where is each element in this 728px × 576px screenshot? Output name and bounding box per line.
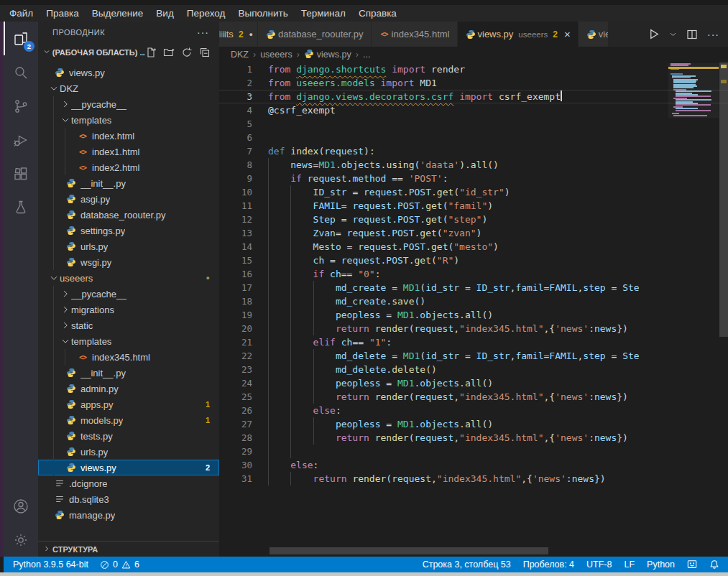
line-number[interactable]: 4 <box>219 103 252 117</box>
menu-item[interactable]: Вид <box>149 8 180 19</box>
menu-item[interactable]: Справка <box>352 8 403 19</box>
tree-item-templates[interactable]: templates <box>38 333 219 349</box>
tab-diiits[interactable]: diiits2● <box>219 22 258 47</box>
collapse-all-icon[interactable] <box>199 47 211 58</box>
notifications-bell-icon[interactable] <box>709 559 719 570</box>
menu-item[interactable]: Переход <box>180 8 232 19</box>
line-number[interactable]: 16 <box>219 267 252 281</box>
line-number[interactable]: 7 <box>219 144 252 158</box>
tab-views.py[interactable]: views.pyuseeers2× <box>458 22 579 47</box>
menu-item[interactable]: Правка <box>40 8 86 19</box>
more-actions-icon[interactable]: ··· <box>707 29 719 40</box>
tree-item-database_roouter.py[interactable]: database_roouter.py <box>38 207 219 223</box>
workspace-section-header[interactable]: (РАБОЧАЯ ОБЛАСТЬ) ... <box>38 43 219 62</box>
code-line[interactable]: 13Zvan= request.POST.get("zvan") <box>219 226 728 240</box>
new-folder-icon[interactable] <box>163 47 175 58</box>
line-number[interactable]: 11 <box>219 199 252 213</box>
status-item[interactable]: Python <box>647 559 675 570</box>
code-line[interactable]: 15ch = request.POST.get("R") <box>219 254 728 267</box>
line-number[interactable]: 10 <box>219 185 252 199</box>
run-and-debug-icon[interactable] <box>4 123 38 157</box>
code-line[interactable]: 31return render(request,"index345.html",… <box>219 472 728 486</box>
tree-item-views.py[interactable]: views.py2 <box>38 460 219 475</box>
line-number[interactable]: 2 <box>219 76 252 90</box>
status-item[interactable]: UTF-8 <box>586 559 612 570</box>
close-icon[interactable]: × <box>564 29 571 40</box>
status-item[interactable]: Пробелов: 4 <box>523 559 574 570</box>
code-editor[interactable]: 1from django.shortcuts import render2fro… <box>219 62 728 557</box>
code-line[interactable]: 3from django.views.decorators.csrf impor… <box>219 90 728 103</box>
code-line[interactable]: 12Step = request.POST.get("step") <box>219 213 728 226</box>
extensions-icon[interactable] <box>4 157 38 190</box>
line-number[interactable]: 24 <box>219 376 252 390</box>
new-file-icon[interactable] <box>145 47 157 58</box>
status-item[interactable]: LF <box>624 559 635 570</box>
code-line[interactable]: 8news=MD1.objects.using('daata').all() <box>219 158 728 172</box>
line-number[interactable]: 20 <box>219 322 252 335</box>
line-number[interactable]: 27 <box>219 417 252 431</box>
line-number[interactable]: 21 <box>219 335 252 349</box>
code-line[interactable]: 22md_delete = MD1(id_str = ID_str,famil=… <box>219 349 728 363</box>
code-line[interactable]: 25return render(request,"index345.html",… <box>219 390 728 404</box>
tree-item-migrations[interactable]: migrations <box>38 302 219 317</box>
line-number[interactable]: 23 <box>219 363 252 376</box>
code-line[interactable]: 9if request.method == 'POST': <box>219 172 728 185</box>
tree-item-urls.py[interactable]: urls.py <box>38 444 219 460</box>
code-line[interactable]: 27peopless = MD1.objects.all() <box>219 417 728 431</box>
menu-item[interactable]: Терминал <box>295 8 352 19</box>
code-line[interactable]: 18md_create.save() <box>219 294 728 308</box>
testing-icon[interactable] <box>4 190 38 224</box>
code-line[interactable]: 17md_create = MD1(id_str = ID_str,famil=… <box>219 281 728 294</box>
run-dropdown-chevron-icon[interactable] <box>669 30 677 38</box>
tree-item-DKZ[interactable]: DKZ <box>38 80 219 96</box>
split-editor-icon[interactable] <box>686 29 698 40</box>
feedback-smiley-icon[interactable] <box>687 559 697 570</box>
sidebar-more-actions-icon[interactable]: ··· <box>197 27 209 38</box>
line-number[interactable]: 18 <box>219 294 252 308</box>
tree-item-db.sqlite3[interactable]: db.sqlite3 <box>38 491 219 507</box>
line-number[interactable]: 1 <box>219 62 252 76</box>
code-line[interactable]: 28return render(request,"index345.html",… <box>219 431 728 445</box>
tree-item-views.py[interactable]: views.py <box>38 65 219 80</box>
code-line[interactable]: 7def index(request): <box>219 144 728 158</box>
code-line[interactable]: 20return render(request,"index345.html",… <box>219 322 728 335</box>
tab-vie[interactable]: vie <box>579 22 609 47</box>
line-number[interactable]: 17 <box>219 281 252 294</box>
tree-item-templates[interactable]: templates <box>38 112 219 128</box>
line-number[interactable]: 8 <box>219 158 252 172</box>
code-line[interactable]: 10ID_str = request.POST.get("id_str") <box>219 185 728 199</box>
tab-database_roouter.py[interactable]: database_roouter.py <box>258 22 372 47</box>
tree-item-apps.py[interactable]: apps.py1 <box>38 396 219 412</box>
tree-item-__pycache__[interactable]: __pycache__ <box>38 286 219 302</box>
code-line[interactable]: 21elif ch== "1": <box>219 335 728 349</box>
code-line[interactable]: 6 <box>219 131 728 144</box>
python-interpreter-status[interactable]: Python 3.9.5 64-bit <box>13 559 88 570</box>
tree-item-index345.html[interactable]: <>index345.html <box>38 349 219 365</box>
code-line[interactable]: 11FAMIL= request.POST.get("famil") <box>219 199 728 213</box>
line-number[interactable]: 9 <box>219 172 252 185</box>
tree-item-index.html[interactable]: <>index.html <box>38 128 219 144</box>
code-line[interactable]: 2from useeers.models import MD1 <box>219 76 728 90</box>
code-line[interactable]: 23md_delete.delete() <box>219 363 728 376</box>
tree-item-admin.py[interactable]: admin.py <box>38 381 219 396</box>
tree-item-index2.html[interactable]: <>index2.html <box>38 159 219 175</box>
breadcrumb-item[interactable]: views.py <box>304 49 351 61</box>
breadcrumb-item[interactable]: useeers <box>260 50 292 60</box>
minimap[interactable] <box>668 63 719 118</box>
tree-item-__init__.py[interactable]: __init__.py <box>38 175 219 191</box>
code-line[interactable]: 19peopless = MD1.objects.all() <box>219 308 728 322</box>
code-line[interactable]: 4@csrf_exempt <box>219 103 728 117</box>
tree-item-static[interactable]: static <box>38 317 219 333</box>
code-line[interactable]: 30else: <box>219 458 728 472</box>
tree-item-__pycache__[interactable]: __pycache__ <box>38 96 219 112</box>
horizontal-scrollbar[interactable] <box>269 547 548 554</box>
line-number[interactable]: 25 <box>219 390 252 404</box>
code-line[interactable]: 29 <box>219 445 728 458</box>
code-line[interactable]: 16if ch== "0": <box>219 267 728 281</box>
tree-item-wsgi.py[interactable]: wsgi.py <box>38 254 219 270</box>
run-python-file-icon[interactable] <box>648 28 660 40</box>
code-line[interactable]: 14Mesto = request.POST.get("mesto") <box>219 240 728 254</box>
line-number[interactable]: 14 <box>219 240 252 254</box>
line-number[interactable]: 26 <box>219 404 252 417</box>
tree-item-tests.py[interactable]: tests.py <box>38 428 219 444</box>
